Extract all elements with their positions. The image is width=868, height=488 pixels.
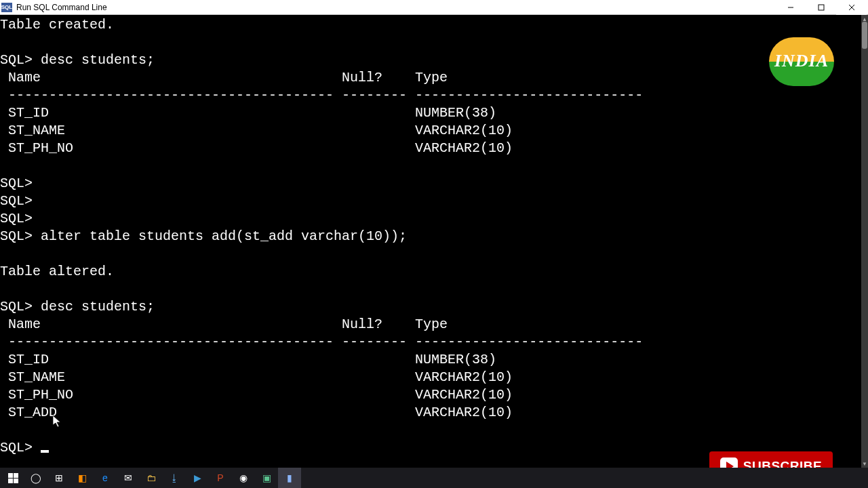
taskbar-app-photos-icon[interactable]: ▣ [255, 468, 278, 488]
window-title: Run SQL Command Line [16, 3, 107, 12]
taskbar-app-powerpoint-icon[interactable]: P [209, 468, 232, 488]
taskbar-app-vscode-icon[interactable]: ▶ [186, 468, 209, 488]
taskbar-app-store-icon[interactable]: ⭳ [163, 468, 186, 488]
svg-rect-1 [818, 5, 824, 10]
task-view-icon[interactable]: ⊞ [47, 468, 71, 488]
scroll-down-arrow[interactable]: ▼ [861, 460, 868, 468]
india-logo: INDIA [769, 37, 834, 86]
taskbar-app-xampp-icon[interactable]: ◧ [71, 468, 94, 488]
minimize-button[interactable] [775, 0, 806, 15]
cortana-icon[interactable]: ◯ [24, 468, 47, 488]
window-titlebar: SQL Run SQL Command Line [0, 0, 868, 15]
logo-text: INDIA [769, 51, 834, 71]
vertical-scrollbar[interactable]: ▲ ▼ [861, 15, 868, 468]
taskbar-app-edge-icon[interactable]: e [94, 468, 117, 488]
terminal-output[interactable]: Table created. SQL> desc students; Name … [0, 15, 861, 468]
app-icon: SQL [1, 3, 12, 12]
taskbar-app-mail-icon[interactable]: ✉ [117, 468, 140, 488]
text-caret [41, 450, 49, 453]
scrollbar-thumb[interactable] [862, 22, 867, 49]
start-button[interactable] [1, 468, 24, 488]
taskbar-app-chrome-icon[interactable]: ◉ [232, 468, 255, 488]
maximize-button[interactable] [806, 0, 836, 15]
taskbar: ◯ ⊞ ◧ e ✉ 🗀 ⭳ ▶ P ◉ ▣ ▮ [0, 468, 868, 488]
window-controls [775, 0, 867, 15]
taskbar-app-sqlcmd-icon[interactable]: ▮ [278, 468, 301, 488]
close-button[interactable] [836, 0, 867, 15]
taskbar-app-explorer-icon[interactable]: 🗀 [140, 468, 163, 488]
